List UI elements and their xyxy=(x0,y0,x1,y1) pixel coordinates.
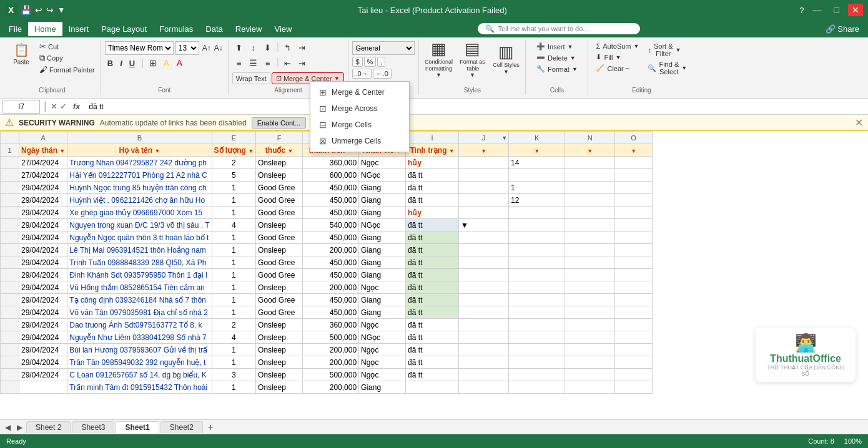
customize-icon[interactable]: ▼ xyxy=(57,6,65,14)
cell-amount[interactable]: 450,000 xyxy=(303,256,359,269)
cell-staff[interactable]: Ngọc xyxy=(359,356,406,369)
cell-amount[interactable]: 360,000 xyxy=(303,157,359,169)
cell-qty[interactable]: 1 xyxy=(212,269,256,281)
cell-drug[interactable]: Good Gree xyxy=(256,256,303,269)
increase-decimal-btn[interactable]: .0→ xyxy=(352,69,371,79)
cell-drug[interactable]: Onsleep xyxy=(256,244,303,256)
cell-k[interactable]: 1 xyxy=(509,182,565,194)
cell-status[interactable]: đã tt xyxy=(406,369,459,381)
col-header-O[interactable]: O xyxy=(615,132,653,144)
copy-btn[interactable]: ⧉ Copy xyxy=(37,52,97,64)
font-size-select[interactable]: 13 xyxy=(175,41,199,55)
cell-n[interactable] xyxy=(565,319,615,331)
confirm-formula-icon[interactable]: ✓ xyxy=(60,102,67,111)
cell-amount[interactable]: 360,000 xyxy=(303,319,359,331)
cell-name[interactable]: Nguyễn Như Liêm 0338041298 Số nhà 7 xyxy=(67,331,212,344)
search-input[interactable] xyxy=(498,25,633,32)
cell-k[interactable] xyxy=(509,369,565,381)
decrease-font-btn[interactable]: A↓ xyxy=(213,42,224,54)
cell-k[interactable] xyxy=(509,331,565,344)
cell-o[interactable] xyxy=(615,344,653,356)
align-left-btn[interactable]: ≡ xyxy=(232,57,246,69)
cell-date[interactable]: 29/04/2024 xyxy=(19,344,67,356)
cell-status[interactable]: đã tt xyxy=(406,269,459,281)
percent-btn[interactable]: % xyxy=(364,57,377,67)
cell-status[interactable]: đã tt xyxy=(406,294,459,306)
cell-k[interactable] xyxy=(509,319,565,331)
col-header-B[interactable]: B xyxy=(67,132,212,144)
cell-staff[interactable]: Giang xyxy=(359,381,406,394)
header-qty[interactable]: Số lượng ▼ xyxy=(212,144,256,157)
cell-k[interactable] xyxy=(509,269,565,281)
cell-staff[interactable]: Giang xyxy=(359,182,406,194)
cancel-formula-icon[interactable]: ✕ xyxy=(51,102,57,111)
cell-status[interactable]: hủy xyxy=(406,157,459,169)
align-center-btn[interactable]: ☰ xyxy=(247,57,260,69)
cell-j[interactable] xyxy=(459,269,509,281)
cell-j[interactable] xyxy=(459,319,509,331)
tab-sheet1[interactable]: Sheet1 xyxy=(116,421,159,434)
share-btn[interactable]: 🔗 Share xyxy=(819,22,866,36)
cell-qty[interactable]: 1 xyxy=(212,306,256,319)
header-status[interactable]: Tình trạng ▼ xyxy=(406,144,459,157)
header-o[interactable]: ▼ xyxy=(615,144,653,157)
close-btn[interactable]: ✕ xyxy=(848,4,863,16)
cell-name[interactable]: Bùi lan Hương 0379593607 Gửi về thị trấ xyxy=(67,344,212,356)
cell-name[interactable]: Huỳnh Ngọc trung 85 huyện trân công ch xyxy=(67,182,212,194)
cell-o[interactable] xyxy=(615,169,653,182)
cell-k[interactable] xyxy=(509,381,565,394)
table-row[interactable]: 29/04/2024Vũ Hồng thắm 0852865154 Tiên c… xyxy=(1,281,653,294)
decrease-decimal-btn[interactable]: ←.0 xyxy=(373,69,392,79)
menu-page-layout[interactable]: Page Layout xyxy=(95,22,153,36)
col-header-I[interactable]: I xyxy=(406,132,459,144)
tab-sheet2-first[interactable]: Sheet 2 xyxy=(26,421,71,433)
enable-content-btn[interactable]: Enable Cont... xyxy=(252,117,307,129)
cell-status[interactable]: đã tt xyxy=(406,281,459,294)
cell-drug[interactable]: Good Gree xyxy=(256,269,303,281)
header-date[interactable]: Ngày thán ▼ xyxy=(19,144,67,157)
cell-j[interactable] xyxy=(459,231,509,244)
cell-qty[interactable]: 1 xyxy=(212,356,256,369)
table-row[interactable]: 29/04/2024Trân Tân 0985949032 392 nguyễn… xyxy=(1,356,653,369)
formula-input[interactable] xyxy=(86,100,866,114)
cell-k[interactable] xyxy=(509,231,565,244)
cell-drug[interactable]: Onsleep xyxy=(256,169,303,182)
cell-qty[interactable]: 1 xyxy=(212,244,256,256)
tab-sheet2[interactable]: Sheet2 xyxy=(160,421,203,433)
currency-btn[interactable]: $ xyxy=(352,57,362,67)
indent-btn[interactable]: ⇥ xyxy=(295,41,309,54)
cell-j[interactable] xyxy=(459,157,509,169)
cell-o[interactable] xyxy=(615,219,653,231)
cell-n[interactable] xyxy=(565,306,615,319)
cell-n[interactable] xyxy=(565,381,615,394)
cell-j[interactable] xyxy=(459,356,509,369)
cell-j[interactable] xyxy=(459,381,509,394)
table-row[interactable]: 27/04/2024Hải Yến 0912227701 Phòng 21 A2… xyxy=(1,169,653,182)
cell-amount[interactable]: 450,000 xyxy=(303,231,359,244)
clear-btn[interactable]: 🧹 Clear ~ xyxy=(592,63,643,74)
cell-staff[interactable]: NGọc xyxy=(359,169,406,182)
cell-staff[interactable]: Giang xyxy=(359,306,406,319)
cell-date[interactable]: 29/04/2024 xyxy=(19,219,67,231)
table-row[interactable]: 29/04/2024Trịnh Tuấn 0988848339 288 Ql50… xyxy=(1,256,653,269)
cell-amount[interactable]: 450,000 xyxy=(303,306,359,319)
cell-name[interactable]: Trần minh Tâm đt 0915915432 Thôn hoài xyxy=(67,381,212,394)
cell-drug[interactable]: Onsleep xyxy=(256,219,303,231)
text-direction-btn[interactable]: ↰ xyxy=(281,41,295,54)
cell-qty[interactable]: 2 xyxy=(212,157,256,169)
cell-n[interactable] xyxy=(565,294,615,306)
underline-btn[interactable]: U xyxy=(127,57,137,69)
cell-status[interactable]: đã tt xyxy=(406,256,459,269)
cell-staff[interactable]: Giang xyxy=(359,256,406,269)
cell-qty[interactable]: 1 xyxy=(212,207,256,219)
cell-n[interactable] xyxy=(565,269,615,281)
cell-amount[interactable]: 450,000 xyxy=(303,207,359,219)
cell-status[interactable] xyxy=(406,381,459,394)
cell-qty[interactable]: 5 xyxy=(212,169,256,182)
cell-j[interactable] xyxy=(459,169,509,182)
cell-status[interactable]: đã tt xyxy=(406,219,459,231)
cell-staff[interactable]: Ngọc xyxy=(359,344,406,356)
cell-amount[interactable]: 500,000 xyxy=(303,369,359,381)
cell-status[interactable]: đã tt xyxy=(406,169,459,182)
cell-qty[interactable]: 3 xyxy=(212,369,256,381)
